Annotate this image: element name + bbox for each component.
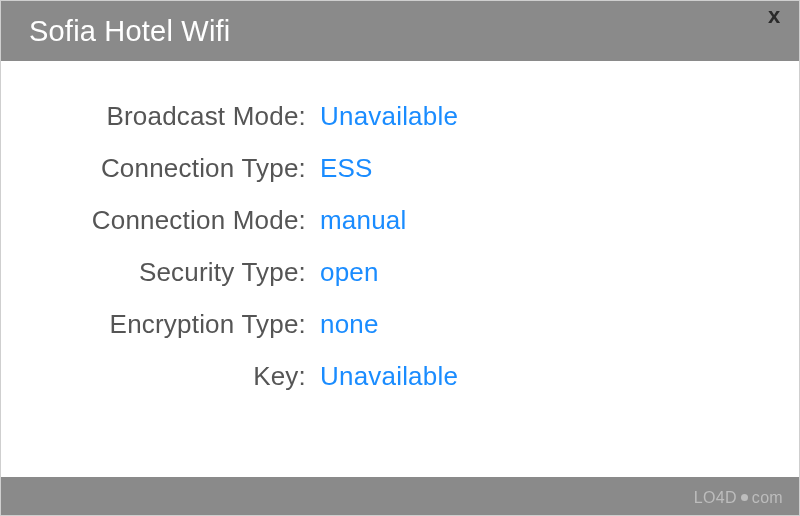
watermark: LO4Dcom bbox=[694, 489, 783, 507]
label-security-type: Security Type bbox=[31, 257, 320, 288]
value-connection-mode: manual bbox=[320, 205, 406, 236]
label-broadcast-mode: Broadcast Mode bbox=[31, 101, 320, 132]
footer-bar bbox=[1, 477, 799, 515]
value-broadcast-mode: Unavailable bbox=[320, 101, 458, 132]
titlebar: Sofia Hotel Wifi x bbox=[1, 1, 799, 61]
detail-row: Security Type open bbox=[31, 257, 769, 288]
label-connection-type: Connection Type bbox=[31, 153, 320, 184]
details-panel: Broadcast Mode Unavailable Connection Ty… bbox=[1, 61, 799, 433]
detail-row: Encryption Type none bbox=[31, 309, 769, 340]
value-security-type: open bbox=[320, 257, 379, 288]
detail-row: Connection Type ESS bbox=[31, 153, 769, 184]
wifi-details-window: Sofia Hotel Wifi x Broadcast Mode Unavai… bbox=[0, 0, 800, 516]
watermark-left: LO4D bbox=[694, 489, 737, 506]
watermark-right: com bbox=[752, 489, 783, 506]
value-connection-type: ESS bbox=[320, 153, 373, 184]
value-encryption-type: none bbox=[320, 309, 379, 340]
detail-row: Broadcast Mode Unavailable bbox=[31, 101, 769, 132]
close-button[interactable]: x bbox=[759, 2, 789, 30]
label-key: Key bbox=[31, 361, 320, 392]
detail-row: Key Unavailable bbox=[31, 361, 769, 392]
window-title: Sofia Hotel Wifi bbox=[29, 15, 230, 48]
dot-icon bbox=[741, 494, 748, 501]
value-key: Unavailable bbox=[320, 361, 458, 392]
detail-row: Connection Mode manual bbox=[31, 205, 769, 236]
label-encryption-type: Encryption Type bbox=[31, 309, 320, 340]
label-connection-mode: Connection Mode bbox=[31, 205, 320, 236]
